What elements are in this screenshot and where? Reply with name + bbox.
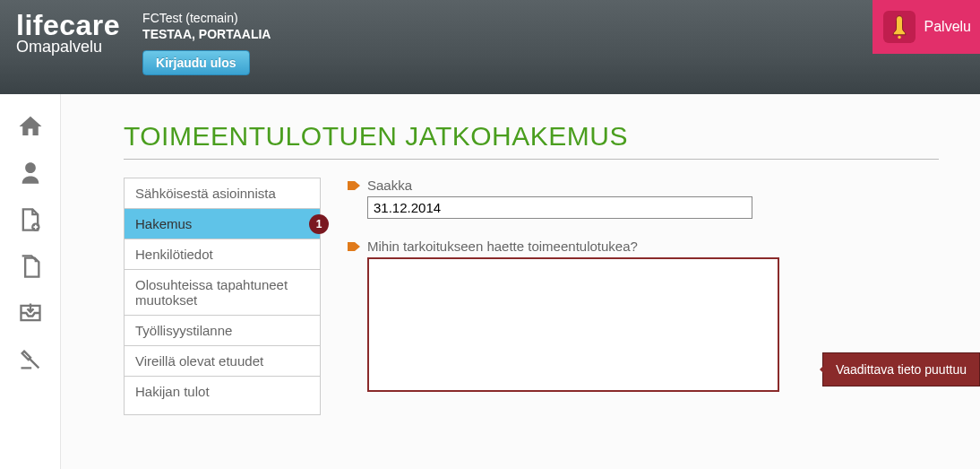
step-item[interactable]: Henkilötiedot bbox=[125, 239, 320, 270]
bullet-icon bbox=[348, 242, 360, 251]
alert-label: Palvelu bbox=[924, 19, 971, 35]
logo: lifecare Omapalvelu bbox=[16, 11, 120, 56]
logout-button[interactable]: Kirjaudu ulos bbox=[142, 50, 249, 75]
step-item[interactable]: Hakemus1 bbox=[125, 209, 320, 239]
alert-icon bbox=[883, 11, 916, 43]
sidebar-iconbar bbox=[0, 94, 61, 469]
validation-tooltip: Vaadittava tieto puuttuu bbox=[822, 352, 980, 386]
page-title: TOIMEENTULOTUEN JATKOHAKEMUS bbox=[124, 121, 980, 152]
service-alert[interactable]: Palvelu bbox=[873, 0, 980, 54]
new-document-icon[interactable] bbox=[16, 205, 45, 234]
field-purpose-textarea[interactable] bbox=[367, 257, 779, 392]
title-divider bbox=[124, 159, 939, 160]
svg-point-0 bbox=[898, 36, 901, 39]
step-item[interactable]: Hakijan tulot bbox=[125, 377, 320, 406]
field-until-label: Saakka bbox=[367, 178, 412, 193]
main-content: TOIMEENTULOTUEN JATKOHAKEMUS Sähköisestä… bbox=[61, 94, 980, 469]
logo-main: lifecare bbox=[16, 11, 120, 39]
user-context: FCTest (tecmain) bbox=[142, 11, 271, 25]
person-icon[interactable] bbox=[16, 159, 45, 187]
step-item[interactable]: Työllisyystilanne bbox=[125, 316, 320, 346]
user-block: FCTest (tecmain) TESTAA, PORTAALIA Kirja… bbox=[142, 11, 271, 75]
home-icon[interactable] bbox=[16, 112, 45, 141]
field-until-input[interactable] bbox=[367, 196, 752, 219]
documents-icon[interactable] bbox=[16, 252, 45, 281]
user-name: TESTAA, PORTAALIA bbox=[142, 27, 271, 41]
field-purpose-label: Mihin tarkoitukseen haette toimeentulotu… bbox=[367, 239, 638, 254]
field-until-group: Saakka bbox=[348, 178, 980, 219]
step-item[interactable]: Olosuhteissa tapahtuneet muutokset bbox=[125, 270, 320, 316]
validation-tooltip-text: Vaadittava tieto puuttuu bbox=[836, 362, 967, 377]
gavel-icon[interactable] bbox=[16, 345, 45, 374]
app-header: lifecare Omapalvelu FCTest (tecmain) TES… bbox=[0, 0, 980, 94]
bullet-icon bbox=[348, 181, 360, 190]
step-item[interactable]: Vireillä olevat etuudet bbox=[125, 346, 320, 377]
inbox-icon[interactable] bbox=[16, 299, 45, 327]
step-list: Sähköisestä asioinnistaHakemus1Henkilöti… bbox=[124, 178, 321, 415]
step-item[interactable]: Sähköisestä asioinnista bbox=[125, 178, 320, 209]
step-badge: 1 bbox=[309, 214, 329, 234]
